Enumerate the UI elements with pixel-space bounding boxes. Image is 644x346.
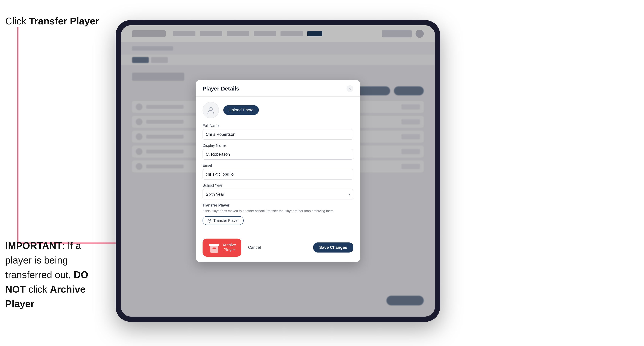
photo-placeholder — [202, 102, 219, 118]
player-details-modal: Player Details × Upload Photo — [196, 80, 360, 262]
cancel-button[interactable]: Cancel — [244, 242, 264, 253]
modal-footer: Archive Player Cancel Save Changes — [196, 235, 360, 262]
email-group: Email — [202, 163, 353, 179]
transfer-icon — [208, 219, 212, 223]
modal-body: Upload Photo Full Name Display Name — [196, 97, 360, 235]
modal-overlay: Player Details × Upload Photo — [121, 25, 435, 317]
archive-player-label: Archive Player — [222, 243, 236, 252]
transfer-player-button[interactable]: Transfer Player — [202, 216, 244, 225]
save-changes-button[interactable]: Save Changes — [313, 242, 353, 253]
tablet-device: Player Details × Upload Photo — [116, 20, 440, 322]
photo-row: Upload Photo — [202, 102, 353, 118]
school-year-group: School Year First Year Second Year Third… — [202, 183, 353, 199]
transfer-section-description: If this player has moved to another scho… — [202, 208, 353, 214]
instruction-bold: Transfer Player — [29, 16, 99, 26]
email-label: Email — [202, 163, 353, 168]
transfer-section: Transfer Player If this player has moved… — [202, 203, 353, 225]
svg-rect-5 — [209, 244, 219, 246]
display-name-group: Display Name — [202, 143, 353, 160]
full-name-group: Full Name — [202, 124, 353, 140]
archive-player-button[interactable]: Archive Player — [202, 239, 241, 256]
instruction-important: IMPORTANT — [5, 240, 62, 251]
instruction-prefix: Click — [5, 16, 29, 26]
transfer-section-title: Transfer Player — [202, 203, 353, 207]
instruction-top: Click Transfer Player — [5, 15, 99, 27]
display-name-input[interactable] — [202, 149, 353, 160]
transfer-player-label: Transfer Player — [213, 218, 239, 223]
upload-photo-button[interactable]: Upload Photo — [224, 105, 259, 115]
email-input[interactable] — [202, 169, 353, 179]
tablet-screen: Player Details × Upload Photo — [121, 25, 435, 317]
display-name-label: Display Name — [202, 143, 353, 148]
school-year-select[interactable]: First Year Second Year Third Year Fourth… — [202, 189, 353, 199]
full-name-input[interactable] — [202, 129, 353, 140]
modal-header: Player Details × — [196, 80, 360, 97]
school-year-label: School Year — [202, 183, 353, 187]
user-avatar-icon — [207, 106, 215, 114]
school-year-select-wrapper: First Year Second Year Third Year Fourth… — [202, 189, 353, 199]
modal-title: Player Details — [202, 85, 239, 92]
instruction-rest2: click — [26, 284, 50, 295]
full-name-label: Full Name — [202, 124, 353, 128]
instruction-bottom: IMPORTANT: If a player is being transfer… — [5, 238, 110, 311]
modal-close-button[interactable]: × — [346, 85, 353, 92]
archive-icon — [208, 241, 220, 254]
